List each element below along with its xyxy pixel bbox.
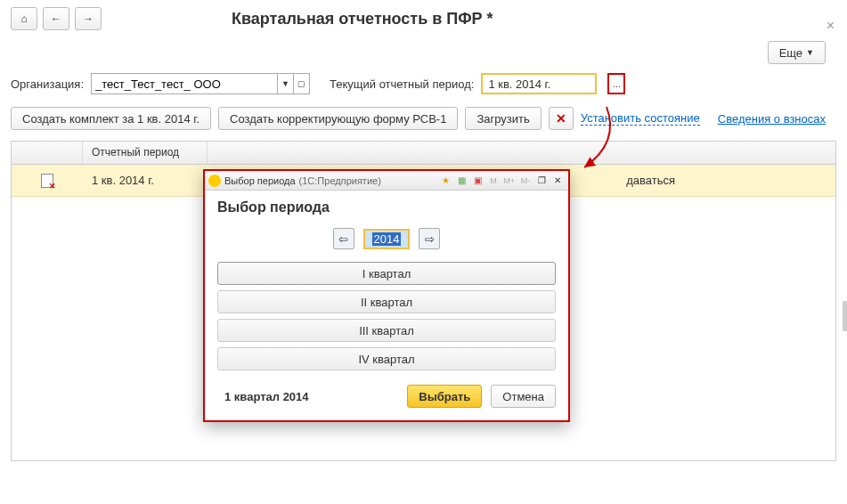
window-restore-icon[interactable]: ❐ — [534, 174, 549, 188]
create-set-button[interactable]: Создать комплект за 1 кв. 2014 г. — [11, 107, 211, 130]
current-period-field: 1 кв. 2014 г. — [481, 73, 597, 94]
select-button[interactable]: Выбрать — [407, 385, 482, 408]
org-select[interactable] — [91, 73, 278, 94]
app-logo-icon — [208, 175, 221, 187]
col-period: Отчетный период — [83, 142, 208, 164]
dialog-titlebar[interactable]: Выбор периода (1С:Предприятие) ★ ▦ ▣ M M… — [205, 171, 568, 191]
favorite-icon[interactable]: ★ — [438, 174, 452, 188]
cell-period: 1 кв. 2014 г. — [83, 174, 208, 187]
scrollbar[interactable] — [843, 301, 847, 331]
page-title: Квартальная отчетность в ПФР * — [232, 10, 493, 28]
period-select-dialog: Выбор периода (1С:Предприятие) ★ ▦ ▣ M M… — [203, 169, 570, 422]
contributions-link[interactable]: Сведения о взносах — [718, 112, 826, 126]
quarter-4-button[interactable]: IV квартал — [217, 347, 556, 370]
quarter-1-button[interactable]: I квартал — [217, 262, 556, 285]
period-ellipsis-button[interactable]: … — [607, 73, 625, 94]
org-label: Организация: — [11, 77, 84, 91]
product-label: (1С:Предприятие) — [299, 175, 381, 186]
load-button[interactable]: Загрузить — [465, 107, 541, 130]
back-button[interactable]: ← — [43, 7, 69, 30]
set-state-link[interactable]: Установить состояние — [581, 111, 700, 126]
create-correction-button[interactable]: Создать корректирующую форму РСВ-1 — [218, 107, 458, 130]
more-label: Еще — [779, 46, 802, 60]
home-button[interactable]: ⌂ — [11, 7, 37, 30]
window-close-icon[interactable]: ✕ — [550, 174, 565, 188]
calculator-icon[interactable]: ▦ — [454, 174, 468, 188]
year-field[interactable]: 2014 — [363, 229, 411, 249]
next-year-button[interactable]: ⇨ — [419, 228, 440, 249]
dialog-heading: Выбор периода — [217, 199, 556, 215]
m-button[interactable]: M — [486, 174, 501, 188]
org-dropdown-icon[interactable]: ▼ — [278, 73, 294, 94]
cancel-button[interactable]: Отмена — [491, 385, 556, 408]
forward-button[interactable]: → — [75, 7, 102, 30]
quarter-3-button[interactable]: III квартал — [217, 319, 556, 342]
doc-error-icon — [41, 174, 53, 188]
m-minus-button[interactable]: M- — [518, 174, 533, 188]
dialog-title: Выбор периода — [224, 175, 296, 186]
more-button[interactable]: Еще ▼ — [768, 41, 826, 64]
quarter-2-button[interactable]: II квартал — [217, 290, 556, 313]
x-icon: ✕ — [556, 111, 566, 126]
delete-button[interactable]: ✕ — [549, 107, 574, 130]
close-icon[interactable]: × — [827, 18, 835, 34]
selected-period-label: 1 квартал 2014 — [217, 390, 398, 403]
calendar-icon[interactable]: ▣ — [470, 174, 485, 188]
col-icon — [12, 142, 83, 164]
chevron-down-icon: ▼ — [806, 48, 814, 57]
period-label: Текущий отчетный период: — [330, 77, 474, 91]
m-plus-button[interactable]: M+ — [502, 174, 517, 188]
org-open-icon[interactable]: ▢ — [294, 73, 310, 94]
prev-year-button[interactable]: ⇦ — [333, 228, 354, 249]
